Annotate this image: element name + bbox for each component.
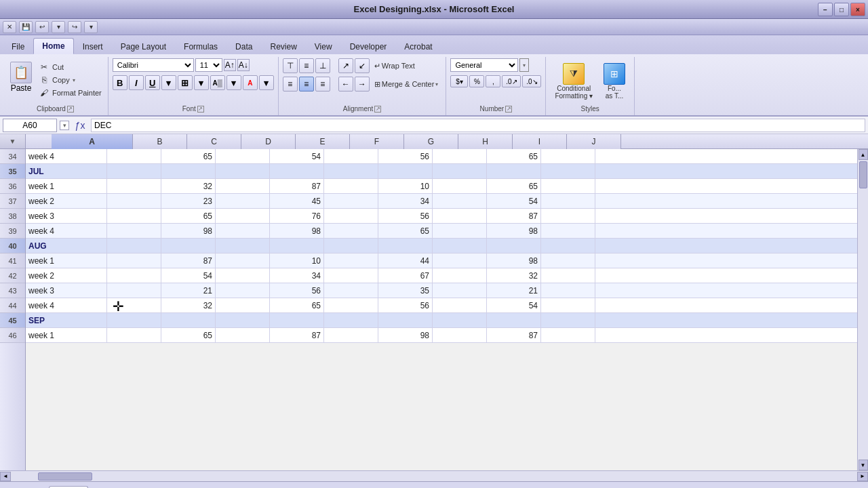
cell-j39[interactable] bbox=[541, 224, 595, 239]
cell-f42[interactable] bbox=[324, 268, 378, 283]
italic-button[interactable]: I bbox=[129, 75, 144, 90]
cell-a42[interactable]: week 2 bbox=[26, 268, 107, 283]
cell-g42[interactable]: 67 bbox=[378, 268, 433, 283]
borders-button[interactable]: ⊞ bbox=[178, 75, 193, 90]
font-size-select[interactable]: 11 bbox=[195, 58, 222, 72]
cell-b42[interactable] bbox=[107, 268, 161, 283]
cell-d35[interactable] bbox=[216, 164, 270, 179]
cell-d37[interactable] bbox=[216, 194, 270, 209]
tab-review[interactable]: Review bbox=[261, 38, 305, 54]
borders-dropdown[interactable]: ▾ bbox=[194, 75, 209, 90]
scroll-right-button[interactable]: ► bbox=[857, 472, 868, 481]
cell-g36[interactable]: 10 bbox=[378, 179, 433, 194]
cell-e44[interactable]: 65 bbox=[270, 298, 324, 313]
paste-button[interactable]: 📋 Paste bbox=[7, 58, 35, 96]
align-bottom-button[interactable]: ⊥ bbox=[315, 58, 330, 73]
cell-j44[interactable] bbox=[541, 298, 595, 313]
cell-g39[interactable]: 65 bbox=[378, 224, 433, 239]
col-header-g[interactable]: G bbox=[404, 134, 458, 149]
cell-c39[interactable]: 98 bbox=[161, 224, 216, 239]
cell-h35[interactable] bbox=[433, 164, 487, 179]
tab-acrobat[interactable]: Acrobat bbox=[395, 38, 441, 54]
row-header-39[interactable]: 39 bbox=[0, 224, 25, 239]
cell-b40[interactable] bbox=[107, 239, 161, 253]
accounting-format-button[interactable]: $▾ bbox=[450, 75, 468, 87]
cell-e35[interactable] bbox=[270, 164, 324, 179]
minimize-button[interactable]: − bbox=[818, 3, 833, 16]
tab-file[interactable]: File bbox=[3, 38, 33, 54]
tab-data[interactable]: Data bbox=[226, 38, 261, 54]
cell-d41[interactable] bbox=[216, 253, 270, 268]
col-header-a[interactable]: A bbox=[52, 134, 133, 149]
tab-view[interactable]: View bbox=[306, 38, 341, 54]
cell-a35[interactable]: JUL bbox=[26, 164, 107, 179]
comma-button[interactable]: , bbox=[486, 75, 500, 87]
cell-h44[interactable] bbox=[433, 298, 487, 313]
cell-d46[interactable] bbox=[216, 328, 270, 343]
cell-i35[interactable] bbox=[487, 164, 541, 179]
conditional-formatting-button[interactable]: ⧩ ConditionalFormatting ▾ bbox=[550, 60, 597, 103]
cell-a41[interactable]: week 1 bbox=[26, 253, 107, 268]
cell-c38[interactable]: 65 bbox=[161, 209, 216, 224]
cell-g40[interactable] bbox=[378, 239, 433, 253]
format-as-table-button[interactable]: ⊞ Fo...as T... bbox=[599, 60, 630, 103]
cell-b43[interactable] bbox=[107, 283, 161, 298]
bold-button[interactable]: B bbox=[113, 75, 127, 90]
col-header-c[interactable]: C bbox=[187, 134, 241, 149]
col-header-f[interactable]: F bbox=[350, 134, 404, 149]
cut-button[interactable]: ✂ Cut bbox=[37, 61, 104, 73]
row-header-42[interactable]: 42 bbox=[0, 268, 25, 283]
cell-e41[interactable]: 10 bbox=[270, 253, 324, 268]
number-format-expand[interactable]: ▾ bbox=[519, 58, 529, 72]
decrease-font-size-button[interactable]: A↓ bbox=[237, 59, 250, 71]
cell-j40[interactable] bbox=[541, 239, 595, 253]
cell-h41[interactable] bbox=[433, 253, 487, 268]
cell-g38[interactable]: 56 bbox=[378, 209, 433, 224]
cell-j45[interactable] bbox=[541, 313, 595, 328]
cell-d42[interactable] bbox=[216, 268, 270, 283]
fill-color-dropdown[interactable]: ▾ bbox=[226, 75, 241, 90]
cell-f36[interactable] bbox=[324, 179, 378, 194]
cell-h43[interactable] bbox=[433, 283, 487, 298]
font-color-button[interactable]: A bbox=[243, 75, 258, 90]
row-header-46[interactable]: 46 bbox=[0, 328, 25, 343]
wrap-text-button[interactable]: ↵ Wrap Text bbox=[371, 60, 418, 73]
cell-g41[interactable]: 44 bbox=[378, 253, 433, 268]
row-header-35[interactable]: 35 bbox=[0, 164, 25, 179]
cell-i36[interactable]: 65 bbox=[487, 179, 541, 194]
cell-e37[interactable]: 45 bbox=[270, 194, 324, 209]
cell-e34[interactable]: 54 bbox=[270, 149, 324, 164]
cell-e43[interactable]: 56 bbox=[270, 283, 324, 298]
cell-h38[interactable] bbox=[433, 209, 487, 224]
font-color-dropdown[interactable]: ▾ bbox=[259, 75, 274, 90]
clipboard-expand[interactable]: ↗ bbox=[67, 106, 74, 113]
cell-i37[interactable]: 54 bbox=[487, 194, 541, 209]
cell-c45[interactable] bbox=[161, 313, 216, 328]
cell-f39[interactable] bbox=[324, 224, 378, 239]
cell-i43[interactable]: 21 bbox=[487, 283, 541, 298]
cell-e40[interactable] bbox=[270, 239, 324, 253]
cell-e42[interactable]: 34 bbox=[270, 268, 324, 283]
align-center-button[interactable]: ≡ bbox=[299, 77, 314, 92]
cell-a46[interactable]: week 1 bbox=[26, 328, 107, 343]
h-scroll-thumb[interactable] bbox=[38, 472, 92, 481]
col-header-h[interactable]: H bbox=[458, 134, 513, 149]
scroll-thumb[interactable] bbox=[859, 161, 867, 188]
cell-j34[interactable] bbox=[541, 149, 595, 164]
cell-a44[interactable]: week 4 bbox=[26, 298, 107, 313]
horizontal-scrollbar[interactable]: ◄ ► bbox=[0, 470, 868, 481]
cell-b44[interactable] bbox=[107, 298, 161, 313]
cell-g35[interactable] bbox=[378, 164, 433, 179]
function-wizard-button[interactable]: ƒx bbox=[72, 119, 88, 132]
cell-g46[interactable]: 98 bbox=[378, 328, 433, 343]
cell-i40[interactable] bbox=[487, 239, 541, 253]
cell-f35[interactable] bbox=[324, 164, 378, 179]
cell-i41[interactable]: 98 bbox=[487, 253, 541, 268]
cell-b45[interactable] bbox=[107, 313, 161, 328]
cell-b41[interactable] bbox=[107, 253, 161, 268]
percent-button[interactable]: % bbox=[469, 75, 484, 87]
close-button[interactable]: × bbox=[850, 3, 865, 16]
cell-f44[interactable] bbox=[324, 298, 378, 313]
cell-c43[interactable]: 21 bbox=[161, 283, 216, 298]
cell-b36[interactable] bbox=[107, 179, 161, 194]
